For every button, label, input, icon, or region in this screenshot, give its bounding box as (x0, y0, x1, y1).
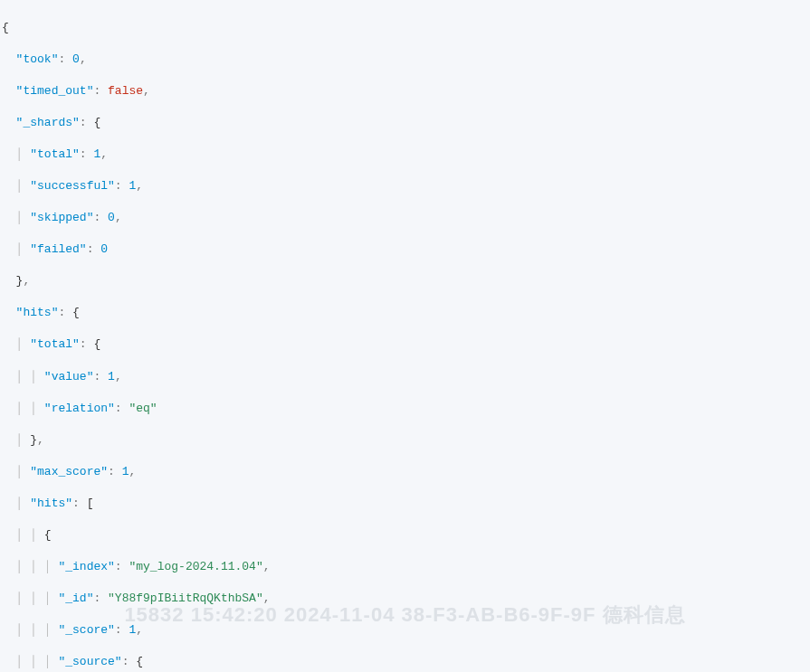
value-index: "my_log-2024.11.04" (129, 560, 262, 573)
key-shards: _shards (23, 116, 72, 129)
key-shards-failed: failed (37, 242, 80, 256)
key-index: _index (65, 560, 108, 573)
key-shards-skipped: skipped (37, 211, 87, 224)
key-shards-total: total (37, 147, 72, 161)
key-source: _source (65, 655, 115, 668)
value-shards-failed: 0 (100, 242, 108, 256)
key-hits-total: total (37, 337, 72, 351)
key-hits-total-value: value (52, 370, 87, 383)
key-shards-successful: successful (37, 179, 108, 193)
key-took: took (23, 52, 51, 66)
value-hits-total-value: 1 (108, 370, 115, 383)
json-response-viewer: { "took": 0, "timed_out": false, "_shard… (0, 0, 810, 672)
key-timed-out: timed_out (23, 84, 86, 98)
key-hits-array: hits (37, 497, 65, 510)
value-shards-skipped: 0 (108, 211, 115, 224)
value-took: 0 (72, 52, 80, 66)
watermark-text: 15832 15:42:20 2024-11-04 38-F3-AB-B6-9F… (0, 601, 810, 629)
key-hits-total-relation: relation (52, 402, 108, 415)
key-max-score: max_score (37, 465, 100, 478)
value-timed-out: false (108, 84, 143, 98)
key-hits: hits (23, 306, 51, 319)
value-hits-total-relation: "eq" (129, 402, 157, 415)
